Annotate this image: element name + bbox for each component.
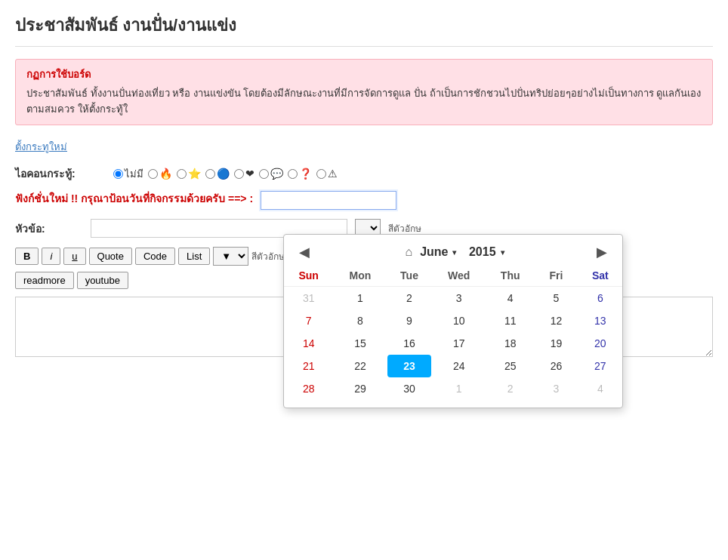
cal-th-tue: Tue [387,266,432,287]
cal-day[interactable]: 23 [387,355,432,377]
cal-day[interactable]: 6 [578,287,622,310]
icon-radio-triangle[interactable] [316,169,326,179]
cal-day[interactable]: 17 [431,332,486,355]
icon-option-heart[interactable]: ❤ [234,168,254,180]
youtube-button[interactable]: youtube [77,272,128,289]
cal-day[interactable]: 3 [431,287,486,310]
cal-day[interactable]: 24 [431,355,486,377]
date-input[interactable] [261,191,396,210]
cal-day[interactable]: 22 [333,355,387,377]
icon-radio-question[interactable] [288,169,298,179]
icon-radio-cloud[interactable] [259,169,269,179]
icon-option-triangle[interactable]: ⚠ [316,168,338,180]
cal-day[interactable]: 8 [333,309,387,332]
icon-radio-star[interactable] [177,169,187,179]
date-input-wrapper [261,191,396,210]
page-wrapper: ประชาสัมพันธ์ งานปั่น/งานแข่ง กฏการใช้บอ… [0,0,728,560]
calendar-popup: ◀ ⌂ June▾ 2015▾ ▶ Sun Mon Tue Wed Thu Fr… [283,234,623,408]
cal-day[interactable]: 10 [431,309,486,332]
cal-week-row: 14151617181920 [284,332,622,355]
icon-option-cloud[interactable]: 💬 [259,168,283,180]
cal-week-row: 21222324252627 [284,355,622,377]
cal-day[interactable]: 20 [578,332,622,355]
cal-center: ⌂ June▾ 2015▾ [402,244,504,260]
cal-next-button[interactable]: ▶ [592,242,612,262]
icon-cloud: 💬 [270,168,283,180]
cal-year-arrow[interactable]: ▾ [501,248,504,257]
cal-day[interactable]: 18 [486,332,534,355]
cal-week-row: 31123456 [284,287,622,310]
icon-row: ไอคอนกระทู้: ไม่มี 🔥 ⭐ 🔵 ❤ [15,165,713,182]
icon-option-star[interactable]: ⭐ [177,168,201,180]
cal-day[interactable]: 14 [284,332,333,355]
icon-radio-heart[interactable] [234,169,244,179]
cal-day[interactable]: 29 [333,377,387,400]
cal-day[interactable]: 21 [284,355,333,377]
icon-fire: 🔥 [159,168,172,180]
notice-title: กฏการใช้บอร์ด [26,67,702,83]
icon-option-fire[interactable]: 🔥 [148,168,172,180]
cal-day[interactable]: 2 [486,377,534,400]
cal-day[interactable]: 7 [284,309,333,332]
cal-day[interactable]: 26 [534,355,578,377]
cal-month-arrow[interactable]: ▾ [452,248,456,257]
icon-star: ⭐ [188,168,201,180]
icon-triangle: ⚠ [328,168,338,180]
bold-button[interactable]: B [15,248,39,265]
underline-button[interactable]: u [63,248,85,265]
cal-day[interactable]: 15 [333,332,387,355]
cal-day[interactable]: 25 [486,355,534,377]
cal-day[interactable]: 12 [534,309,578,332]
cal-day[interactable]: 4 [578,377,622,400]
calendar-body: 3112345678910111213141516171819202122232… [284,287,622,401]
quote-button[interactable]: Quote [89,248,132,265]
icon-atom: 🔵 [217,168,230,180]
cal-th-fri: Fri [534,266,578,287]
cal-day[interactable]: 4 [486,287,534,310]
italic-button[interactable]: i [42,248,60,265]
cal-day[interactable]: 27 [578,355,622,377]
cal-home-button[interactable]: ⌂ [402,244,415,260]
cal-day[interactable]: 1 [333,287,387,310]
icon-heart: ❤ [245,168,254,180]
icon-option-none[interactable]: ไม่มี [113,166,143,182]
cal-th-sat: Sat [578,266,622,287]
cal-day[interactable]: 3 [534,377,578,400]
cal-day[interactable]: 2 [387,287,432,310]
cal-day[interactable]: 1 [431,377,486,400]
date-row: ฟังก์ชั่นใหม่ !! กรุณาป้อนวันที่กิจกรรมด… [15,191,713,210]
page-title: ประชาสัมพันธ์ งานปั่น/งานแข่ง [15,12,713,47]
icon-radio-none[interactable] [113,169,123,179]
icon-question: ❓ [299,168,312,180]
new-topic-link[interactable]: ตั้งกระทูใหม่ [15,139,67,155]
cal-day[interactable]: 31 [284,287,333,310]
cal-th-thu: Thu [486,266,534,287]
code-button[interactable]: Code [135,248,175,265]
icon-label: ไอคอนกระทู้: [15,165,106,182]
cal-day[interactable]: 16 [387,332,432,355]
calendar-table: Sun Mon Tue Wed Thu Fri Sat 311234567891… [284,266,622,400]
cal-day[interactable]: 11 [486,309,534,332]
cal-header-row: Sun Mon Tue Wed Thu Fri Sat [284,266,622,287]
cal-day[interactable]: 28 [284,377,333,400]
cal-day[interactable]: 19 [534,332,578,355]
icon-radio-atom[interactable] [205,169,215,179]
readmore-button[interactable]: readmore [15,272,74,289]
icon-option-question[interactable]: ❓ [288,168,312,180]
list-button[interactable]: List [178,248,210,265]
cal-th-mon: Mon [333,266,387,287]
font-color-label: สีตัวอักษ [251,249,285,263]
cal-day[interactable]: 30 [387,377,432,400]
function-notice: ฟังก์ชั่นใหม่ !! กรุณาป้อนวันที่กิจกรรมด… [15,191,253,207]
cal-day[interactable]: 9 [387,309,432,332]
cal-day[interactable]: 5 [534,287,578,310]
icon-none-label: ไม่มี [125,166,143,182]
calendar-header: ◀ ⌂ June▾ 2015▾ ▶ [284,235,622,266]
icon-option-atom[interactable]: 🔵 [205,168,230,180]
cal-day[interactable]: 13 [578,309,622,332]
font-color-select[interactable]: ▼ [213,247,248,266]
cal-week-row: 2829301234 [284,377,622,400]
cal-prev-button[interactable]: ◀ [295,242,314,262]
icon-radio-fire[interactable] [148,169,158,179]
cal-year-label: 2015 [469,245,496,259]
